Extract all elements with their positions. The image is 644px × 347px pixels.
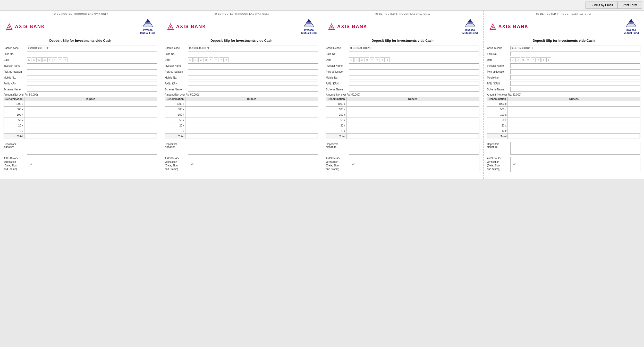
form-1: TO BE ROUTED THROUGH EASYPAY ONLY AXIS B… (0, 11, 161, 179)
investor-input-1[interactable] (27, 63, 157, 68)
10x-input-2[interactable] (187, 129, 317, 133)
date-y2-1[interactable]: Y (53, 57, 57, 62)
pan-input-4[interactable] (510, 81, 641, 86)
20x-input-4[interactable] (509, 123, 639, 128)
table-row: 100 x (165, 112, 318, 117)
date-m1-1[interactable]: M (37, 57, 42, 62)
form-title-4: Deposit Slip for Investments vide Cash (484, 39, 644, 43)
10x-input-1[interactable] (26, 129, 156, 133)
axis-bank-logo-1: AXIS BANK (5, 22, 45, 31)
total-input-2[interactable] (187, 134, 317, 138)
easypay-notice-3: TO BE ROUTED THROUGH EASYPAY ONLY (322, 11, 483, 16)
500x-input-3[interactable] (348, 107, 478, 111)
axis-verification-box-1[interactable]: ✏ (27, 157, 157, 172)
20x-input-2[interactable] (187, 123, 317, 128)
amount-label-2: Amount (Not over Rs. 50,000) (165, 93, 318, 96)
date-label-2: Date (165, 58, 188, 61)
pickup-input-4[interactable] (510, 69, 641, 74)
folio-label-4: Folio No. (487, 53, 510, 55)
total-row-2: Total (165, 134, 318, 139)
folio-input-4[interactable] (510, 52, 641, 56)
500x-input-2[interactable] (187, 107, 317, 111)
500x-input-4[interactable] (509, 107, 639, 111)
mobile-input-1[interactable] (27, 75, 157, 80)
mobile-label-3: Mobile No. (326, 76, 349, 79)
1000x-input-4[interactable] (509, 102, 639, 106)
scheme-input-1[interactable] (27, 87, 157, 92)
table-row: 50 x (165, 117, 318, 123)
total-input-1[interactable] (26, 134, 156, 138)
date-y4-1[interactable]: Y (63, 57, 67, 62)
date-m2-1[interactable]: M (42, 57, 47, 62)
table-row: 100 x (326, 112, 479, 117)
signature-section-1: Depositorssignature AXIS Bank'sverificat… (4, 142, 157, 172)
total-row-4: Total (487, 134, 640, 139)
mobile-input-2[interactable] (188, 75, 318, 80)
axis-bank-logo-2: AXIS BANK (166, 22, 206, 31)
cash-in-code-input-1[interactable] (27, 46, 157, 50)
axis-bank-logo-4: AXIS BANK (489, 22, 529, 31)
10x-input-3[interactable] (348, 129, 478, 133)
50x-input-4[interactable] (509, 118, 639, 122)
print-form-button[interactable]: Print Form (618, 2, 642, 9)
pickup-input-3[interactable] (349, 69, 479, 74)
depositors-sig-box-3[interactable] (349, 142, 479, 155)
mobile-input-3[interactable] (349, 75, 479, 80)
depositors-sig-box-1[interactable] (27, 142, 157, 155)
axis-verification-box-3[interactable]: ✏ (349, 157, 479, 172)
scheme-input-3[interactable] (349, 87, 479, 92)
10x-input-4[interactable] (509, 129, 639, 133)
cash-in-code-input-2[interactable] (188, 46, 318, 50)
100x-input-2[interactable] (187, 113, 317, 117)
date-y1-1[interactable]: Y (47, 57, 52, 62)
date-y3-1[interactable]: Y (58, 57, 62, 62)
folio-input-2[interactable] (188, 52, 318, 56)
50x-input-3[interactable] (348, 118, 478, 122)
table-row: 100 x (4, 112, 157, 117)
20x-input-1[interactable] (26, 123, 156, 128)
folio-input-3[interactable] (349, 52, 479, 56)
axis-verification-box-4[interactable]: ✏ (510, 157, 641, 172)
scheme-input-4[interactable] (510, 87, 641, 92)
100x-input-4[interactable] (509, 113, 639, 117)
pan-input-1[interactable] (27, 81, 157, 86)
50x-input-1[interactable] (26, 118, 156, 122)
axis-verification-box-2[interactable]: ✏ (188, 157, 318, 172)
depositors-sig-label-2: Depositorssignature (165, 142, 188, 148)
1000x-input-1[interactable] (26, 102, 156, 106)
depositors-sig-box-4[interactable] (510, 142, 641, 155)
100x-input-3[interactable] (348, 113, 478, 117)
scheme-input-2[interactable] (188, 87, 318, 92)
1000x-input-3[interactable] (348, 102, 478, 106)
form-body-2: Cash in code Folio No. Date D D M M Y Y … (161, 46, 322, 172)
investor-input-2[interactable] (188, 63, 318, 68)
date-d1-1[interactable]: D (27, 57, 31, 62)
20x-input-3[interactable] (348, 123, 478, 128)
depositors-sig-row-3: Depositorssignature (326, 142, 479, 155)
pickup-input-1[interactable] (27, 69, 157, 74)
invesco-logo-3: Invesco Mutual Fund (462, 18, 478, 35)
1000x-input-2[interactable] (187, 102, 317, 106)
submit-email-button[interactable]: Submit by Email (586, 2, 618, 9)
date-label-3: Date (326, 58, 349, 61)
50x-input-2[interactable] (187, 118, 317, 122)
investor-input-4[interactable] (510, 63, 641, 68)
pickup-input-2[interactable] (188, 69, 318, 74)
forms-container: TO BE ROUTED THROUGH EASYPAY ONLY AXIS B… (0, 11, 644, 179)
mobile-input-4[interactable] (510, 75, 641, 80)
depositors-sig-box-2[interactable] (188, 142, 318, 155)
folio-input-1[interactable] (27, 52, 157, 56)
depositors-sig-row-4: Depositorssignature (487, 142, 641, 155)
pan-input-2[interactable] (188, 81, 318, 86)
pan-input-3[interactable] (349, 81, 479, 86)
500x-input-1[interactable] (26, 107, 156, 111)
total-input-4[interactable] (509, 134, 639, 138)
signature-section-2: Depositorssignature AXIS Bank'sverificat… (165, 142, 318, 172)
cash-in-code-input-4[interactable] (510, 46, 641, 50)
investor-input-3[interactable] (349, 63, 479, 68)
table-row: 10 x (487, 128, 640, 134)
date-d2-1[interactable]: D (32, 57, 37, 62)
cash-in-code-input-3[interactable] (349, 46, 479, 50)
total-input-3[interactable] (348, 134, 478, 138)
100x-input-1[interactable] (26, 113, 156, 117)
